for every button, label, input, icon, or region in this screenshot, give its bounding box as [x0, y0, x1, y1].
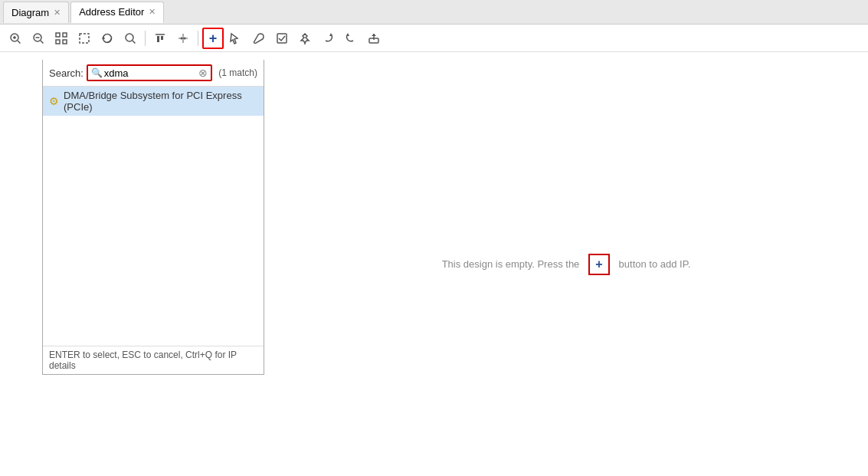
svg-marker-26	[329, 33, 332, 36]
svg-point-14	[126, 34, 133, 41]
zoom-out-button[interactable]	[28, 28, 49, 49]
align-center-icon	[177, 32, 189, 44]
search-input[interactable]	[104, 67, 199, 79]
main-area: Search: 🔍 ⊗ (1 match) ⚙ DMA/Bridge Subsy…	[0, 52, 868, 476]
empty-text-after: button to add IP.	[619, 258, 691, 270]
add-ip-button[interactable]: +	[202, 28, 224, 49]
tab-address-editor-label: Address Editor	[79, 6, 144, 18]
tab-diagram-label: Diagram	[11, 7, 49, 18]
validate-button[interactable]	[271, 28, 293, 49]
svg-rect-10	[63, 40, 67, 44]
search-row: Search: 🔍 ⊗ (1 match)	[43, 60, 264, 87]
svg-rect-11	[80, 34, 89, 43]
select-icon	[78, 32, 90, 44]
list-item[interactable]: ⚙ DMA/Bridge Subsystem for PCI Express (…	[43, 87, 264, 116]
tab-diagram-close[interactable]: ✕	[54, 8, 61, 17]
tab-address-editor-close[interactable]: ✕	[149, 8, 156, 16]
align-center-button[interactable]	[172, 28, 194, 49]
svg-rect-24	[277, 34, 287, 43]
tab-address-editor[interactable]: Address Editor ✕	[70, 2, 164, 23]
empty-text-before: This design is empty. Press the	[442, 258, 580, 270]
rotate-icon	[101, 32, 113, 44]
empty-design-message: This design is empty. Press the + button…	[442, 254, 691, 275]
zoom-out-icon	[32, 32, 44, 44]
svg-rect-8	[63, 33, 67, 37]
wrench-icon	[253, 32, 265, 44]
pin-button[interactable]	[294, 28, 316, 49]
search-match-count: (1 match)	[218, 67, 257, 78]
tool-arrow-icon	[230, 32, 242, 44]
add-ip-inline-button[interactable]: +	[588, 254, 610, 275]
tool-arrow-button[interactable]	[225, 28, 247, 49]
zoom-area-icon	[124, 32, 136, 44]
undo-button[interactable]	[340, 28, 362, 49]
tab-diagram[interactable]: Diagram ✕	[3, 2, 69, 23]
svg-line-5	[41, 41, 44, 44]
validate-icon	[276, 32, 288, 44]
panel-status-text: ENTER to select, ESC to cancel, Ctrl+Q f…	[49, 350, 237, 371]
wrench-button[interactable]	[248, 28, 270, 49]
svg-marker-30	[372, 34, 376, 36]
toolbar: +	[0, 25, 868, 52]
zoom-area-button[interactable]	[120, 28, 141, 49]
canvas-area: This design is empty. Press the + button…	[264, 52, 868, 476]
svg-rect-7	[56, 33, 60, 37]
search-icon: 🔍	[91, 67, 103, 78]
ip-icon: ⚙	[49, 95, 59, 107]
zoom-in-button[interactable]	[5, 28, 26, 49]
pin-icon	[299, 32, 311, 44]
panel-status: ENTER to select, ESC to cancel, Ctrl+Q f…	[43, 346, 264, 374]
svg-marker-23	[231, 34, 237, 44]
svg-marker-27	[346, 33, 349, 36]
svg-line-1	[18, 41, 21, 44]
fit-page-button[interactable]	[51, 28, 72, 49]
search-input-wrapper: 🔍 ⊗	[87, 64, 213, 81]
svg-rect-17	[157, 36, 159, 42]
ip-item-label: DMA/Bridge Subsystem for PCI Express (PC…	[64, 90, 257, 113]
rotate-button[interactable]	[97, 28, 118, 49]
align-top-button[interactable]	[149, 28, 171, 49]
align-top-icon	[154, 32, 166, 44]
separator-2	[198, 31, 198, 46]
fit-page-icon	[55, 32, 67, 44]
result-list: ⚙ DMA/Bridge Subsystem for PCI Express (…	[43, 87, 264, 346]
svg-marker-13	[102, 36, 105, 39]
add-ip-icon: +	[209, 31, 218, 45]
empty-list-space	[43, 116, 264, 346]
undo-icon	[345, 32, 357, 44]
redo-button[interactable]	[317, 28, 339, 49]
export-button[interactable]	[363, 28, 385, 49]
ip-catalog-panel: Search: 🔍 ⊗ (1 match) ⚙ DMA/Bridge Subsy…	[42, 60, 264, 375]
tab-bar: Diagram ✕ Address Editor ✕	[0, 0, 868, 25]
zoom-in-icon	[9, 32, 21, 44]
redo-icon	[322, 32, 334, 44]
svg-rect-18	[161, 36, 163, 40]
select-button[interactable]	[74, 28, 95, 49]
svg-line-15	[133, 41, 136, 44]
search-clear-button[interactable]: ⊗	[198, 67, 208, 79]
search-label: Search:	[49, 67, 84, 79]
svg-rect-9	[56, 40, 60, 44]
separator-1	[145, 31, 146, 46]
export-icon	[368, 32, 380, 44]
